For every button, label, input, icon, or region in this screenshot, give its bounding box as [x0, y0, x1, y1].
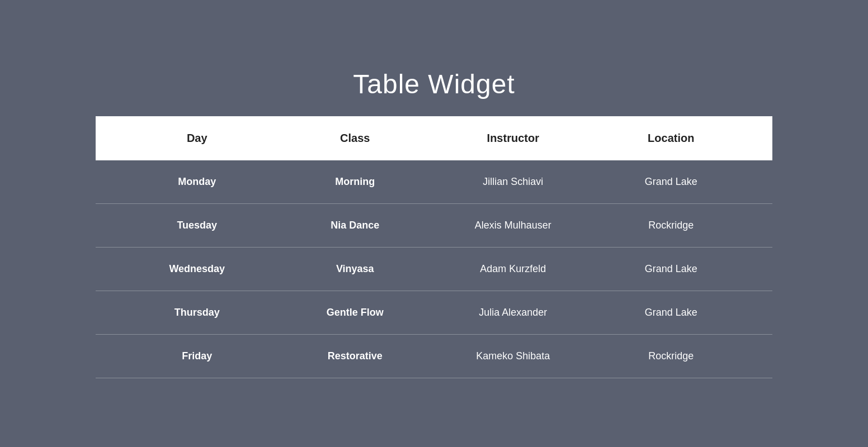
cell-instructor: Jillian Schiavi: [434, 176, 592, 188]
table-row: WednesdayVinyasaAdam KurzfeldGrand Lake: [96, 248, 772, 291]
cell-class: Vinyasa: [276, 263, 435, 275]
table-widget: Day Class Instructor Location MondayMorn…: [96, 116, 772, 378]
table-row: FridayRestorativeKameko ShibataRockridge: [96, 335, 772, 378]
cell-instructor: Adam Kurzfeld: [434, 263, 592, 275]
cell-day: Wednesday: [118, 263, 276, 275]
page-title: Table Widget: [353, 69, 515, 99]
cell-class: Morning: [276, 176, 435, 188]
cell-instructor: Alexis Mulhauser: [434, 220, 592, 231]
table-row: MondayMorningJillian SchiaviGrand Lake: [96, 160, 772, 204]
cell-location: Rockridge: [592, 350, 751, 362]
header-location: Location: [592, 132, 751, 145]
cell-day: Friday: [118, 350, 276, 362]
table-header: Day Class Instructor Location: [96, 116, 772, 160]
cell-location: Grand Lake: [592, 263, 751, 275]
table-row: TuesdayNia DanceAlexis MulhauserRockridg…: [96, 204, 772, 248]
cell-instructor: Julia Alexander: [434, 307, 592, 318]
cell-class: Restorative: [276, 350, 435, 362]
header-class: Class: [276, 132, 435, 145]
cell-day: Tuesday: [118, 220, 276, 231]
cell-day: Monday: [118, 176, 276, 188]
table-body: MondayMorningJillian SchiaviGrand LakeTu…: [96, 160, 772, 378]
header-day: Day: [118, 132, 276, 145]
cell-location: Grand Lake: [592, 307, 751, 318]
cell-day: Thursday: [118, 307, 276, 318]
cell-class: Nia Dance: [276, 220, 435, 231]
header-instructor: Instructor: [434, 132, 592, 145]
cell-location: Grand Lake: [592, 176, 751, 188]
cell-location: Rockridge: [592, 220, 751, 231]
table-row: ThursdayGentle FlowJulia AlexanderGrand …: [96, 291, 772, 335]
cell-class: Gentle Flow: [276, 307, 435, 318]
cell-instructor: Kameko Shibata: [434, 350, 592, 362]
